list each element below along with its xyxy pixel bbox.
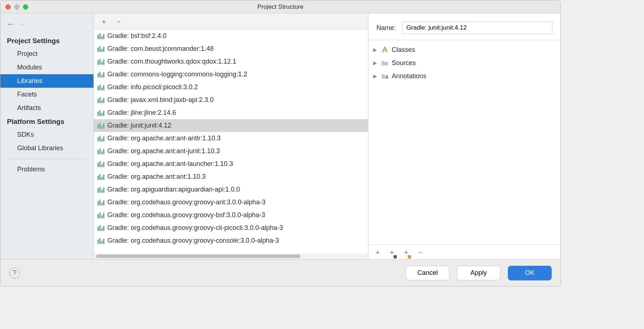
tree-node-label: Sources xyxy=(392,59,416,67)
library-label: Gradle: org.codehaus.groovy:groovy-conso… xyxy=(107,237,279,245)
tree-node-annotations[interactable]: ▶ A Annotations xyxy=(372,69,557,83)
sidebar-item-label: Facets xyxy=(17,91,37,98)
sidebar-item-label: Project xyxy=(17,50,38,57)
library-row[interactable]: Gradle: org.apache.ant:ant-launcher:1.10… xyxy=(94,158,368,170)
sidebar-item-problems[interactable]: Problems xyxy=(0,163,93,176)
library-name-input[interactable] xyxy=(402,22,552,34)
libraries-list[interactable]: Gradle: bsf:bsf:2.4.0Gradle: com.beust:j… xyxy=(94,30,368,253)
library-bars-icon xyxy=(97,72,104,77)
library-row[interactable]: Gradle: org.codehaus.groovy:groovy-conso… xyxy=(94,234,368,247)
library-bars-icon xyxy=(97,84,104,90)
library-row[interactable]: Gradle: org.apache.ant:ant-antlr:1.10.3 xyxy=(94,132,368,145)
tree-node-sources[interactable]: ▶ Sources xyxy=(372,56,557,69)
titlebar: Project Structure xyxy=(0,0,560,14)
library-row[interactable]: Gradle: javax.xml.bind:jaxb-api:2.3.0 xyxy=(94,94,368,106)
library-row[interactable]: Gradle: com.thoughtworks.qdox:qdox:1.12.… xyxy=(94,55,368,68)
library-row[interactable]: Gradle: bsf:bsf:2.4.0 xyxy=(94,30,368,42)
classes-icon xyxy=(381,46,389,53)
ok-button[interactable]: OK xyxy=(508,266,552,280)
library-bars-icon xyxy=(97,238,104,244)
library-label: Gradle: jline:jline:2.14.6 xyxy=(107,109,176,117)
library-label: Gradle: junit:junit:4.12 xyxy=(107,122,171,129)
sidebar-item-libraries[interactable]: Libraries xyxy=(0,74,93,88)
maximize-window-button[interactable] xyxy=(23,4,28,10)
library-row[interactable]: Gradle: org.apache.ant:ant:1.10.3 xyxy=(94,170,368,183)
add-root-icon[interactable]: ＋ xyxy=(374,247,381,257)
expand-arrow-icon[interactable]: ▶ xyxy=(372,60,378,66)
library-label: Gradle: bsf:bsf:2.4.0 xyxy=(107,32,166,40)
library-label: Gradle: org.codehaus.groovy:groovy-bsf:3… xyxy=(107,211,265,219)
close-window-button[interactable] xyxy=(5,4,11,10)
library-label: Gradle: org.apache.ant:ant-launcher:1.10… xyxy=(107,160,233,168)
library-bars-icon xyxy=(97,200,104,205)
sidebar-item-global-libraries[interactable]: Global Libraries xyxy=(0,141,93,155)
add-from-maven-icon[interactable]: ＋ xyxy=(388,247,395,257)
library-row[interactable]: Gradle: org.codehaus.groovy:groovy-ant:3… xyxy=(94,196,368,209)
remove-root-icon[interactable]: － xyxy=(417,247,424,257)
back-arrow-icon[interactable]: ← xyxy=(7,19,15,29)
library-content-tree: ▶ Classes ▶ Sources ▶ A xyxy=(368,40,560,245)
sidebar-item-label: SDKs xyxy=(17,131,34,138)
window-title: Project Structure xyxy=(0,3,560,11)
sidebar-item-sdks[interactable]: SDKs xyxy=(0,128,93,141)
window-controls xyxy=(0,4,28,10)
library-row[interactable]: Gradle: org.codehaus.groovy:groovy-cli-p… xyxy=(94,222,368,234)
sidebar-item-modules[interactable]: Modules xyxy=(0,61,93,74)
dialog-buttons: Cancel Apply OK xyxy=(406,266,552,280)
add-excluded-icon[interactable]: ＋ xyxy=(403,247,410,257)
sidebar: ← → Project Settings Project Modules Lib… xyxy=(0,14,94,259)
library-row[interactable]: Gradle: jline:jline:2.14.6 xyxy=(94,106,368,119)
dialog-body: ← → Project Settings Project Modules Lib… xyxy=(0,14,560,259)
library-bars-icon xyxy=(97,225,104,231)
library-row[interactable]: Gradle: org.apache.ant:ant-junit:1.10.3 xyxy=(94,145,368,158)
library-label: Gradle: org.apache.ant:ant:1.10.3 xyxy=(107,173,206,181)
cancel-button[interactable]: Cancel xyxy=(406,266,449,280)
library-detail-panel: Name: ▶ Classes ▶ Sources xyxy=(368,14,560,259)
minimize-window-button[interactable] xyxy=(14,4,19,10)
library-row[interactable]: Gradle: org.codehaus.groovy:groovy-bsf:3… xyxy=(94,209,368,222)
sidebar-heading-platform-settings: Platform Settings xyxy=(0,115,93,128)
library-label: Gradle: com.thoughtworks.qdox:qdox:1.12.… xyxy=(107,58,236,65)
forward-arrow-icon[interactable]: → xyxy=(19,19,27,29)
library-row[interactable]: Gradle: commons-logging:commons-logging:… xyxy=(94,68,368,81)
folder-annotation-icon: A xyxy=(381,73,389,79)
library-row[interactable]: Gradle: org.apiguardian:apiguardian-api:… xyxy=(94,183,368,196)
expand-arrow-icon[interactable]: ▶ xyxy=(372,47,378,53)
help-button[interactable]: ? xyxy=(9,268,20,279)
sidebar-item-facets[interactable]: Facets xyxy=(0,88,93,101)
tree-node-label: Annotations xyxy=(392,72,426,80)
library-row[interactable]: Gradle: junit:junit:4.12 xyxy=(94,119,368,132)
name-row: Name: xyxy=(368,14,560,40)
library-bars-icon xyxy=(97,59,104,65)
library-bars-icon xyxy=(97,123,104,129)
library-label: Gradle: org.apache.ant:ant-antlr:1.10.3 xyxy=(107,135,221,142)
libraries-panel: ＋ － Gradle: bsf:bsf:2.4.0Gradle: com.beu… xyxy=(94,14,368,259)
svg-text:A: A xyxy=(386,75,388,79)
sidebar-heading-project-settings: Project Settings xyxy=(0,34,93,47)
sidebar-item-project[interactable]: Project xyxy=(0,47,93,61)
library-bars-icon xyxy=(97,46,104,52)
apply-button[interactable]: Apply xyxy=(457,266,501,280)
tree-node-classes[interactable]: ▶ Classes xyxy=(372,43,557,56)
library-label: Gradle: org.codehaus.groovy:groovy-ant:3… xyxy=(107,198,265,206)
project-structure-dialog: Project Structure ← → Project Settings P… xyxy=(0,0,561,287)
library-bars-icon xyxy=(97,174,104,180)
library-label: Gradle: javax.xml.bind:jaxb-api:2.3.0 xyxy=(107,96,214,104)
sidebar-item-artifacts[interactable]: Artifacts xyxy=(0,101,93,115)
library-bars-icon xyxy=(97,187,104,193)
library-label: Gradle: info.picocli:picocli:3.0.2 xyxy=(107,83,198,91)
sidebar-separator xyxy=(7,159,87,159)
sidebar-item-label: Modules xyxy=(17,64,42,71)
library-label: Gradle: com.beust:jcommander:1.48 xyxy=(107,45,214,53)
expand-arrow-icon[interactable]: ▶ xyxy=(372,73,378,79)
library-row[interactable]: Gradle: info.picocli:picocli:3.0.2 xyxy=(94,81,368,94)
library-label: Gradle: org.apache.ant:ant-junit:1.10.3 xyxy=(107,147,220,155)
library-bars-icon xyxy=(97,33,104,39)
library-row[interactable]: Gradle: com.beust:jcommander:1.48 xyxy=(94,42,368,55)
remove-library-icon[interactable]: － xyxy=(115,17,122,26)
horizontal-scrollbar[interactable] xyxy=(94,253,368,259)
library-label: Gradle: commons-logging:commons-logging:… xyxy=(107,71,247,78)
add-library-icon[interactable]: ＋ xyxy=(100,17,107,26)
name-label: Name: xyxy=(376,24,396,32)
library-bars-icon xyxy=(97,148,104,154)
